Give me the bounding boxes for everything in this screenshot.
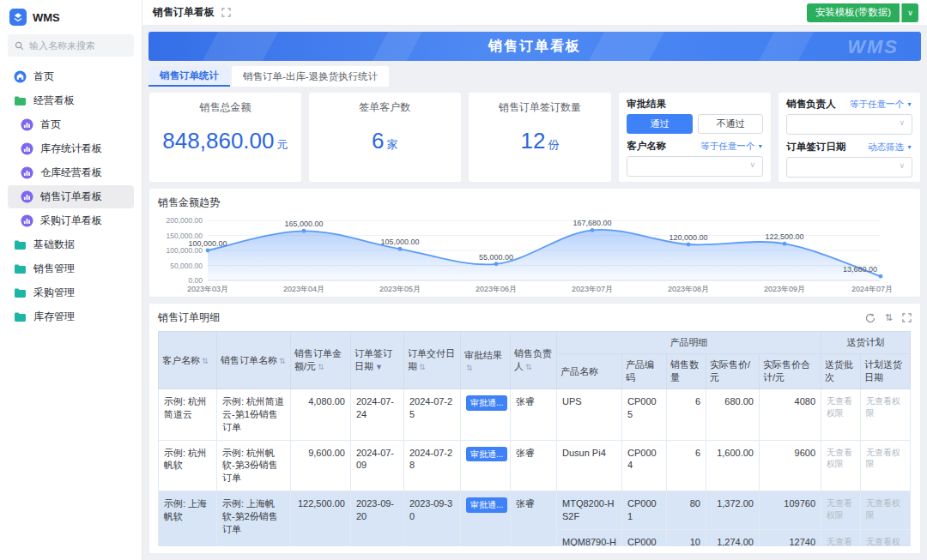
filter-sign-date-operator[interactable]: 动态筛选▼ bbox=[868, 142, 912, 154]
banner-decoration bbox=[193, 32, 287, 61]
filter-sales-person-select[interactable]: ∨ bbox=[786, 114, 912, 135]
dashboard-icon bbox=[21, 214, 33, 227]
sidebar-item-仓库经营看板[interactable]: 仓库经营看板 bbox=[8, 161, 134, 184]
column-header-订单签订日期[interactable]: 订单签订日期▼ bbox=[351, 332, 404, 389]
dashboard-icon bbox=[21, 166, 33, 179]
table-row[interactable]: 示例: 上海帆软示例: 上海帆软-第2份销售订单122,500.002023-0… bbox=[159, 491, 911, 530]
column-header-销售订单名称[interactable]: 销售订单名称⇅ bbox=[217, 332, 291, 389]
sidebar-item-home[interactable]: 首页 bbox=[8, 65, 134, 88]
sidebar-folder-基础数据[interactable]: 基础数据 bbox=[8, 233, 134, 256]
table-row[interactable]: 示例: 杭州简道云示例: 杭州简道云-第1份销售订单4,080.002024-0… bbox=[159, 389, 911, 441]
column-header-产品名称[interactable]: 产品名称 bbox=[557, 354, 622, 389]
page-tab-title: 销售订单看板 bbox=[153, 5, 215, 20]
column-header-销售订单金额/元[interactable]: 销售订单金额/元⇅ bbox=[291, 332, 351, 389]
svg-text:55,000.00: 55,000.00 bbox=[479, 253, 513, 262]
cell-customer: 示例: 上海帆软 bbox=[159, 491, 217, 546]
sidebar-folder-label: 库存管理 bbox=[33, 310, 75, 324]
cell-plan-delivery-date: 无查看权限 bbox=[861, 389, 911, 441]
install-template-button[interactable]: 安装模板(带数据) bbox=[807, 3, 900, 22]
chevron-down-icon: ∨ bbox=[750, 160, 756, 169]
column-header-订单交付日期[interactable]: 订单交付日期⇅ bbox=[404, 332, 461, 389]
sort-icon[interactable]: ⇅ bbox=[419, 363, 426, 371]
cell-product-code: CP0004 bbox=[622, 440, 667, 491]
cell-delivery-batch: 无查看权限 bbox=[821, 491, 861, 530]
sidebar-folder-库存管理[interactable]: 库存管理 bbox=[8, 305, 134, 328]
install-template-dropdown[interactable]: ∨ bbox=[901, 3, 918, 22]
filter-approval-fail-button[interactable]: 不通过 bbox=[698, 114, 763, 134]
svg-text:2023年04月: 2023年04月 bbox=[283, 285, 324, 293]
cell-sales-person: 张睿 bbox=[511, 389, 557, 441]
sidebar-search[interactable] bbox=[8, 34, 134, 57]
banner-watermark: WMS bbox=[847, 36, 899, 58]
sort-icon[interactable]: ⇅ bbox=[525, 363, 532, 371]
filter-customer-operator[interactable]: 等于任意一个▼ bbox=[700, 141, 763, 153]
fullscreen-icon[interactable] bbox=[221, 8, 231, 17]
tab-outbound-return-stats[interactable]: 销售订单-出库-退换货执行统计 bbox=[232, 66, 389, 87]
sidebar-item-库存统计看板[interactable]: 库存统计看板 bbox=[8, 137, 134, 160]
filter-approval-pass-button[interactable]: 通过 bbox=[627, 114, 692, 134]
cell-approval: 审批通... bbox=[461, 389, 511, 441]
cell-price: 680.00 bbox=[706, 389, 760, 441]
main-area: 销售订单看板 安装模板(带数据) ∨ 销售订单看板 WMS 销售订单统计 bbox=[142, 0, 927, 560]
refresh-icon[interactable] bbox=[865, 313, 876, 323]
column-header-计划送货日期[interactable]: 计划送货日期 bbox=[861, 354, 911, 389]
column-header-实际售价合计/元[interactable]: 实际售价合计/元 bbox=[760, 354, 821, 389]
column-header-销售负责人[interactable]: 销售负责人⇅ bbox=[511, 332, 557, 389]
sort-icon[interactable]: ⇅ bbox=[318, 363, 324, 371]
filter-sign-date-select[interactable]: ∨ bbox=[786, 157, 912, 178]
expand-icon[interactable] bbox=[902, 313, 912, 322]
cell-delivery-date: 2024-07-25 bbox=[404, 389, 461, 441]
chevron-down-icon: ▼ bbox=[906, 101, 912, 107]
column-header-产品编码[interactable]: 产品编码 bbox=[622, 354, 667, 389]
search-icon bbox=[15, 41, 24, 51]
column-header-销售数量[interactable]: 销售数量 bbox=[667, 354, 706, 389]
svg-text:50,000.00: 50,000.00 bbox=[170, 262, 203, 270]
cell-product-name: MTQ8200-HS2F bbox=[557, 491, 622, 530]
column-header-送货批次[interactable]: 送货批次 bbox=[821, 354, 861, 389]
filter-sales-person-operator[interactable]: 等于任意一个▼ bbox=[850, 99, 912, 111]
sidebar-item-label: 采购订单看板 bbox=[40, 214, 102, 228]
cell-delivery-batch: 无查看权限 bbox=[821, 529, 861, 546]
tab-sales-order-stats[interactable]: 销售订单统计 bbox=[148, 66, 230, 87]
svg-text:167,680.00: 167,680.00 bbox=[573, 219, 611, 227]
dashboard-title: 销售订单看板 bbox=[488, 38, 581, 56]
sales-trend-panel: 销售金额趋势 200,000.00150,000.00100,000.0050,… bbox=[148, 188, 921, 298]
filter-sales-person: 销售负责人 等于任意一个▼ ∨ bbox=[786, 98, 912, 135]
app-logo-icon bbox=[9, 9, 27, 26]
dashboard-tabs: 销售订单统计 销售订单-出库-退换货执行统计 bbox=[148, 66, 921, 87]
sidebar-item-label: 首页 bbox=[33, 69, 54, 84]
sort-icon[interactable]: ⇅ bbox=[885, 312, 893, 323]
cell-delivery-date: 2023-09-30 bbox=[404, 491, 461, 546]
sort-icon[interactable]: ⇅ bbox=[279, 357, 286, 365]
column-header-审批结果[interactable]: 审批结果⇅ bbox=[461, 332, 511, 389]
sidebar-item-销售订单看板[interactable]: 销售订单看板 bbox=[8, 185, 134, 208]
sidebar-search-input[interactable] bbox=[29, 40, 127, 51]
cell-order-name: 示例: 上海帆软-第2份销售订单 bbox=[217, 491, 291, 546]
svg-text:0.00: 0.00 bbox=[188, 276, 203, 285]
cell-price-total: 109760 bbox=[760, 491, 821, 530]
sidebar-folder-销售管理[interactable]: 销售管理 bbox=[8, 257, 134, 280]
sidebar-folder-label: 销售管理 bbox=[33, 262, 75, 276]
filter-customer-select[interactable]: ∨ bbox=[627, 156, 763, 177]
sort-icon[interactable]: ⇅ bbox=[466, 364, 473, 372]
sidebar-item-采购订单看板[interactable]: 采购订单看板 bbox=[8, 209, 134, 232]
app-root: WMS 首页 经营看板首页库存统计看板仓库经营看板销售订单看板采购订单看板基础数… bbox=[0, 0, 927, 560]
cell-plan-delivery-date: 无查看权限 bbox=[861, 529, 911, 546]
sidebar-folder-经营看板[interactable]: 经营看板 bbox=[8, 89, 134, 112]
folder-icon bbox=[14, 263, 27, 274]
cell-approval: 审批通... bbox=[461, 491, 511, 546]
table-header-bar: 销售订单明细 ⇅ bbox=[158, 310, 912, 325]
sidebar-item-首页[interactable]: 首页 bbox=[8, 113, 134, 136]
sort-icon[interactable]: ⇅ bbox=[202, 357, 209, 365]
sort-icon[interactable]: ▼ bbox=[375, 363, 383, 371]
column-header-客户名称[interactable]: 客户名称⇅ bbox=[159, 332, 217, 389]
sidebar-item-label: 首页 bbox=[40, 117, 61, 132]
svg-text:120,000.00: 120,000.00 bbox=[669, 233, 707, 242]
stat-title: 签单客户数 bbox=[359, 100, 410, 115]
sidebar-folder-label: 经营看板 bbox=[33, 93, 75, 108]
table-row[interactable]: 示例: 杭州帆软示例: 杭州帆软-第3份销售订单9,600.002024-07-… bbox=[159, 440, 911, 491]
cell-amount: 4,080.00 bbox=[291, 389, 351, 441]
topbar: 销售订单看板 安装模板(带数据) ∨ bbox=[142, 0, 927, 26]
sidebar-folder-采购管理[interactable]: 采购管理 bbox=[8, 281, 134, 304]
column-header-实际售价/元[interactable]: 实际售价/元 bbox=[706, 354, 760, 389]
